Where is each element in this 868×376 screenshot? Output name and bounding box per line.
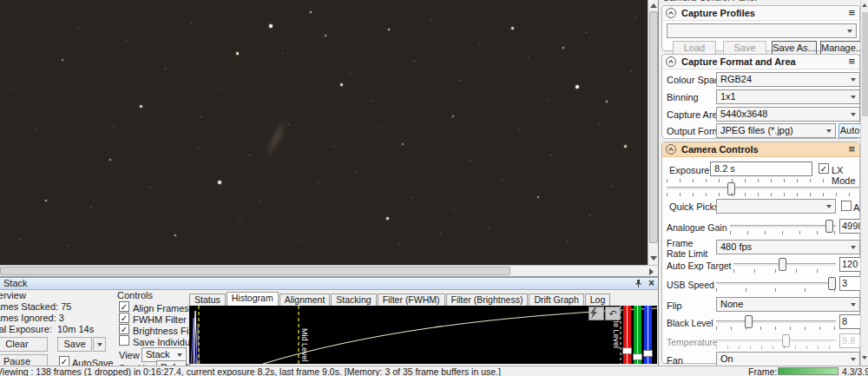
star bbox=[78, 28, 79, 29]
brightness-filter-checkbox[interactable]: ✓ bbox=[119, 324, 129, 334]
camera-controls-header[interactable]: Camera Controls ≡ bbox=[662, 142, 859, 157]
star bbox=[378, 126, 379, 127]
frames-ignored-label: Frames Ignored: bbox=[0, 313, 56, 323]
panel-title: Camera Control Panel bbox=[662, 0, 757, 4]
output-format-select[interactable]: JPEG files (*.jpg) bbox=[716, 123, 836, 138]
exposure-input[interactable]: 8.2 s bbox=[710, 162, 812, 176]
scroll-down-icon[interactable] bbox=[650, 256, 657, 261]
frame-rate-select[interactable]: 480 fps bbox=[716, 240, 860, 254]
scroll-right-icon[interactable] bbox=[649, 268, 654, 275]
tab-status[interactable]: Status bbox=[189, 294, 226, 306]
black-level-input[interactable]: 8 bbox=[839, 314, 863, 329]
panel-scroll-thumb[interactable] bbox=[862, 12, 868, 116]
star bbox=[165, 69, 166, 69]
status-text: Viewing : 138 frames (1 dropped) in 0:16… bbox=[0, 367, 501, 376]
tab-log[interactable]: Log bbox=[585, 294, 611, 306]
star bbox=[36, 129, 36, 130]
fan-select[interactable]: On bbox=[716, 352, 860, 366]
red-level-slider[interactable] bbox=[623, 306, 631, 364]
red-level-handle[interactable] bbox=[622, 347, 632, 354]
image-vertical-scrollbar[interactable] bbox=[648, 0, 658, 265]
stack-overview: Overview Frames Stacked: 75 Frames Ignor… bbox=[0, 290, 116, 335]
frame-rate-label: Frame Rate Limit bbox=[667, 238, 712, 259]
star bbox=[586, 32, 587, 33]
autosave-checkbox[interactable]: ✓ bbox=[59, 356, 69, 366]
tab-filter-brightness[interactable]: Filter (Brightness) bbox=[446, 294, 529, 306]
pin-icon[interactable] bbox=[635, 280, 642, 287]
flip-select[interactable]: None bbox=[716, 297, 860, 312]
star bbox=[350, 73, 351, 74]
save-individual-frames-checkbox[interactable] bbox=[119, 335, 129, 346]
colour-space-select[interactable]: RGB24 bbox=[716, 72, 860, 87]
blue-level-handle[interactable] bbox=[643, 350, 653, 357]
tab-filter-fwhm[interactable]: Filter (FWHM) bbox=[378, 294, 445, 306]
tab-alignment[interactable]: Alignment bbox=[279, 294, 331, 306]
auto-stretch-button[interactable] bbox=[589, 307, 604, 320]
fwhm-filter-checkbox[interactable]: ✓ bbox=[119, 313, 129, 323]
green-level-handle[interactable] bbox=[633, 353, 642, 360]
collapse-icon[interactable] bbox=[666, 8, 676, 18]
lx-mode-checkbox[interactable]: ✓ bbox=[819, 163, 829, 174]
mid-level-label: Mid Level bbox=[300, 328, 309, 362]
star bbox=[42, 16, 43, 16]
scroll-down-icon[interactable] bbox=[862, 356, 867, 360]
capture-area-select[interactable]: 5440x3648 bbox=[716, 107, 860, 122]
live-image-view[interactable] bbox=[0, 0, 648, 265]
stack-panel-titlebar[interactable]: Stack × bbox=[0, 278, 658, 290]
tab-drift-graph[interactable]: Drift Graph bbox=[529, 294, 583, 306]
star bbox=[236, 52, 239, 55]
capture-profiles-header[interactable]: Capture Profiles ≡ bbox=[662, 6, 859, 21]
close-icon[interactable]: × bbox=[648, 278, 654, 289]
histogram-view[interactable]: Mid Level White Level ↶ bbox=[189, 306, 657, 364]
usb-speed-input[interactable]: 3 bbox=[839, 276, 863, 291]
collapse-icon[interactable] bbox=[666, 144, 676, 155]
scroll-up-icon[interactable] bbox=[650, 3, 657, 8]
output-auto-button[interactable]: Auto bbox=[838, 123, 861, 138]
save-stack-button[interactable]: Save bbox=[57, 337, 92, 352]
exposure-slider[interactable] bbox=[667, 187, 861, 189]
usb-speed-slider[interactable] bbox=[716, 282, 836, 285]
frame-progress-label: Frame: bbox=[748, 367, 777, 376]
star bbox=[537, 196, 539, 198]
quick-picks-select[interactable] bbox=[716, 199, 836, 214]
black-level-slider[interactable] bbox=[716, 320, 836, 323]
collapse-icon[interactable] bbox=[666, 56, 676, 67]
green-level-slider[interactable] bbox=[634, 306, 641, 364]
auto-checkbox[interactable] bbox=[841, 201, 852, 211]
panel-scrollbar[interactable] bbox=[860, 0, 868, 366]
auto-exp-input[interactable]: 120 bbox=[839, 257, 863, 272]
star bbox=[174, 234, 176, 236]
reset-levels-button[interactable]: ↶ bbox=[605, 307, 621, 320]
auto-exp-slider[interactable] bbox=[733, 263, 836, 266]
lx-mode-label: LX Mode bbox=[832, 165, 859, 186]
binning-select[interactable]: 1x1 bbox=[716, 89, 860, 104]
tab-histogram[interactable]: Histogram bbox=[227, 292, 279, 306]
star bbox=[149, 187, 150, 188]
blue-level-slider[interactable] bbox=[644, 306, 652, 364]
capture-format-group: Capture Format and Area ≡ Colour Space R… bbox=[661, 54, 860, 139]
align-frames-label: Align Frames bbox=[133, 303, 189, 313]
align-frames-checkbox[interactable]: ✓ bbox=[119, 301, 129, 312]
pause-button[interactable]: Pause bbox=[0, 354, 48, 366]
profile-select[interactable] bbox=[667, 23, 857, 38]
star bbox=[325, 35, 326, 36]
vertical-scroll-thumb[interactable] bbox=[649, 11, 658, 243]
analogue-gain-slider[interactable] bbox=[730, 225, 836, 228]
menu-icon[interactable]: ≡ bbox=[848, 6, 855, 20]
star bbox=[240, 222, 240, 223]
horizontal-scroll-thumb[interactable] bbox=[0, 267, 510, 275]
star bbox=[13, 88, 14, 89]
exposure-ticks bbox=[667, 179, 861, 182]
save-dropdown-button[interactable] bbox=[93, 337, 106, 352]
menu-icon[interactable]: ≡ bbox=[848, 55, 855, 69]
capture-format-header[interactable]: Capture Format and Area ≡ bbox=[662, 55, 859, 69]
scroll-up-icon[interactable] bbox=[862, 3, 867, 7]
tab-stacking[interactable]: Stacking bbox=[331, 294, 376, 306]
analogue-gain-input[interactable]: 4998 bbox=[839, 219, 863, 234]
clear-button[interactable]: Clear bbox=[0, 337, 48, 352]
star bbox=[550, 155, 551, 155]
flip-label: Flip bbox=[667, 300, 682, 311]
star bbox=[249, 155, 250, 155]
menu-icon[interactable]: ≡ bbox=[848, 142, 855, 156]
image-horizontal-scrollbar[interactable] bbox=[0, 265, 658, 276]
